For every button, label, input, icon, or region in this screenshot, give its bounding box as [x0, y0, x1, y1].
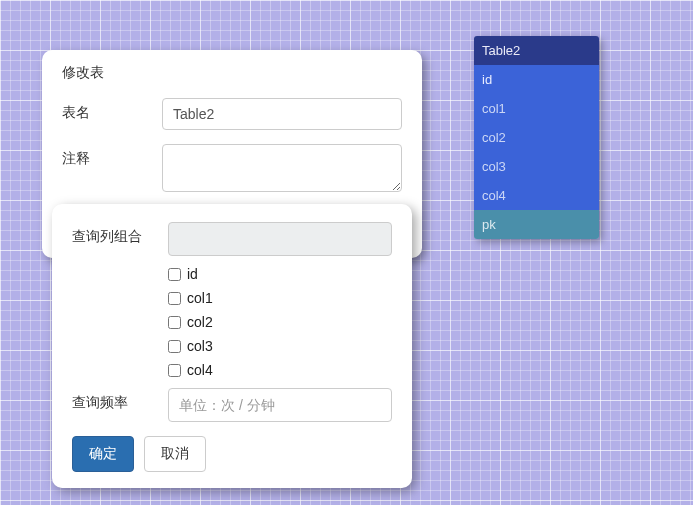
- button-row: 确定 取消: [72, 436, 392, 472]
- query-cols-label: 查询列组合: [72, 222, 168, 246]
- form-row-query-freq: 查询频率: [72, 388, 392, 422]
- form-row-table-name: 表名: [62, 98, 402, 130]
- checkbox-id[interactable]: [168, 268, 181, 281]
- checkbox-item-col2[interactable]: col2: [168, 314, 392, 330]
- comment-textarea[interactable]: [162, 144, 402, 192]
- checkbox-label: id: [187, 266, 198, 282]
- modal-title: 修改表: [62, 64, 402, 82]
- checkbox-item-col1[interactable]: col1: [168, 290, 392, 306]
- query-config-modal: 查询列组合 id col1 col2 col3 col4 查询频率 确定 取消: [52, 204, 412, 488]
- table-widget-header[interactable]: Table2: [474, 36, 599, 65]
- query-freq-input[interactable]: [168, 388, 392, 422]
- query-cols-checkbox-list: id col1 col2 col3 col4: [168, 266, 392, 378]
- table-widget-row[interactable]: col2: [474, 123, 599, 152]
- query-freq-label: 查询频率: [72, 388, 168, 412]
- checkbox-col1[interactable]: [168, 292, 181, 305]
- checkbox-label: col4: [187, 362, 213, 378]
- table-name-input[interactable]: [162, 98, 402, 130]
- checkbox-label: col1: [187, 290, 213, 306]
- table-widget-row[interactable]: id: [474, 65, 599, 94]
- table-widget-row[interactable]: col3: [474, 152, 599, 181]
- comment-label: 注释: [62, 144, 162, 168]
- checkbox-item-col3[interactable]: col3: [168, 338, 392, 354]
- table-widget-footer[interactable]: pk: [474, 210, 599, 239]
- query-cols-input[interactable]: [168, 222, 392, 256]
- table-schema-widget[interactable]: Table2 id col1 col2 col3 col4 pk: [474, 36, 599, 239]
- checkbox-item-col4[interactable]: col4: [168, 362, 392, 378]
- checkbox-col2[interactable]: [168, 316, 181, 329]
- checkbox-col4[interactable]: [168, 364, 181, 377]
- checkbox-label: col2: [187, 314, 213, 330]
- table-widget-row[interactable]: col1: [474, 94, 599, 123]
- table-widget-row[interactable]: col4: [474, 181, 599, 210]
- checkbox-col3[interactable]: [168, 340, 181, 353]
- form-row-comment: 注释: [62, 144, 402, 192]
- confirm-button[interactable]: 确定: [72, 436, 134, 472]
- form-row-query-cols: 查询列组合: [72, 222, 392, 256]
- cancel-button[interactable]: 取消: [144, 436, 206, 472]
- checkbox-item-id[interactable]: id: [168, 266, 392, 282]
- checkbox-label: col3: [187, 338, 213, 354]
- table-name-label: 表名: [62, 98, 162, 122]
